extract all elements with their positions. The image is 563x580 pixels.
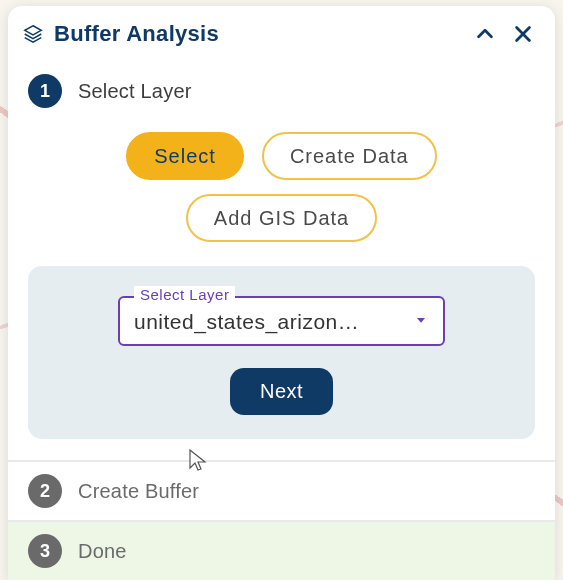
tab-select[interactable]: Select — [126, 132, 244, 180]
panel-title: Buffer Analysis — [54, 21, 461, 47]
close-button[interactable] — [509, 20, 537, 48]
step-badge-3: 3 — [28, 534, 62, 568]
step-title-2: Create Buffer — [78, 480, 199, 503]
svg-marker-3 — [417, 318, 425, 323]
step-title-1: Select Layer — [78, 80, 192, 103]
step-badge-1: 1 — [28, 74, 62, 108]
buffer-analysis-panel: Buffer Analysis 1 Select Layer Select Cr… — [8, 6, 555, 580]
next-button[interactable]: Next — [230, 368, 333, 415]
collapse-button[interactable] — [471, 20, 499, 48]
step-3-header[interactable]: 3 Done — [8, 520, 555, 580]
next-row: Next — [118, 368, 445, 415]
layers-icon — [22, 23, 44, 45]
step-title-3: Done — [78, 540, 127, 563]
tab-add-gis-data[interactable]: Add GIS Data — [186, 194, 377, 242]
select-layer-value: united_states_arizon… — [134, 310, 405, 334]
source-tabs: Select Create Data — [28, 132, 535, 180]
select-layer-dropdown[interactable]: Select Layer united_states_arizon… — [118, 296, 445, 346]
svg-marker-0 — [25, 26, 42, 35]
step-2-header[interactable]: 2 Create Buffer — [8, 460, 555, 520]
select-layer-label: Select Layer — [134, 286, 235, 303]
step-1-body: Select Create Data Add GIS Data Select L… — [8, 122, 555, 459]
panel-header: Buffer Analysis — [8, 6, 555, 58]
chevron-down-icon — [405, 312, 429, 332]
step-1-header: 1 Select Layer — [8, 58, 555, 122]
tab-create-data[interactable]: Create Data — [262, 132, 437, 180]
source-tabs-row2: Add GIS Data — [28, 194, 535, 242]
layer-select-card: Select Layer united_states_arizon… Next — [28, 266, 535, 439]
step-badge-2: 2 — [28, 474, 62, 508]
